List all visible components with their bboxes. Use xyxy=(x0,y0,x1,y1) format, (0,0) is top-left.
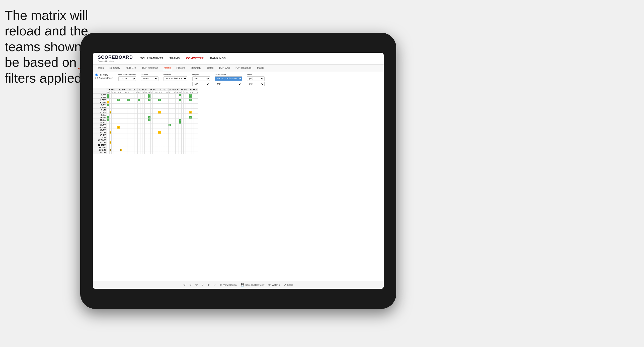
matrix-cell xyxy=(171,99,173,101)
matrix-cell xyxy=(192,141,194,144)
matrix-cell xyxy=(153,124,155,126)
sub-nav-h2h-heatmap2[interactable]: H2H Heatmap xyxy=(234,66,252,70)
sub-nav-h2h-heatmap[interactable]: H2H Heatmap xyxy=(141,66,159,70)
matrix-cell xyxy=(173,101,176,104)
team-select[interactable]: (All) xyxy=(247,76,265,81)
matrix-cell xyxy=(132,146,134,149)
watch-icon: 👁 xyxy=(268,283,271,286)
region-select[interactable]: N/A xyxy=(192,76,210,81)
matrix-cell: 0 xyxy=(117,99,120,101)
matrix-cell xyxy=(117,119,120,121)
matrix-cell xyxy=(192,129,194,131)
refresh-btn[interactable]: ⟳ xyxy=(195,283,198,286)
matrix-cell xyxy=(176,139,179,141)
zoom-out-btn[interactable]: ⊖ xyxy=(201,283,204,286)
region-select2[interactable]: N/A xyxy=(192,82,210,86)
matrix-cell xyxy=(186,129,189,131)
matrix-cell xyxy=(158,146,161,149)
matrix-cell xyxy=(161,126,163,129)
matrix-cell xyxy=(145,126,148,129)
share-btn[interactable]: ↗ Share xyxy=(284,283,293,286)
matrix-cell: 2 xyxy=(189,99,192,101)
matrix-cell xyxy=(155,109,158,111)
nav-tournaments[interactable]: TOURNAMENTS xyxy=(140,57,163,60)
matrix-cell xyxy=(145,141,148,144)
matrix-cell xyxy=(142,149,145,151)
division-select[interactable]: NCAA Division I xyxy=(164,76,187,81)
sub-nav-h2h-grid2[interactable]: H2H Grid xyxy=(218,66,231,70)
full-view-option[interactable]: Full View xyxy=(95,74,113,76)
conference-select[interactable]: Pac-12 Conference xyxy=(215,76,242,81)
watch-btn[interactable]: 👁 Watch ▾ xyxy=(268,283,280,286)
table-row: 10. UW202 xyxy=(93,116,198,119)
table-row: 23. UNM20 xyxy=(93,149,198,151)
matrix-cell xyxy=(132,106,134,109)
matrix-cell xyxy=(142,124,145,126)
nav-rankings[interactable]: RANKINGS xyxy=(210,57,226,60)
sub-nav-teams[interactable]: Teams xyxy=(95,66,105,70)
sub-nav-matrix[interactable]: Matrix xyxy=(163,66,172,70)
matrix-cell xyxy=(169,131,171,134)
redo-btn[interactable]: ↻ xyxy=(189,283,192,286)
compact-view-option[interactable]: Compact View xyxy=(95,77,113,79)
gender-select[interactable]: Men's xyxy=(141,76,158,81)
wlt-ucb-w: W xyxy=(138,91,140,94)
zoom-in-btn[interactable]: ⊕ xyxy=(207,283,210,286)
team-select2[interactable]: (All) xyxy=(247,82,265,86)
matrix-cell xyxy=(142,131,145,134)
sub-nav-summary2[interactable]: Summary xyxy=(190,66,202,70)
matrix-cell xyxy=(140,106,142,109)
row-label: 19. TAMU xyxy=(93,139,107,141)
matrix-cell: 2 xyxy=(107,94,110,96)
matrix-cell: 2 xyxy=(109,149,112,151)
matrix-cell xyxy=(140,121,142,124)
matrix-cell xyxy=(145,134,148,136)
matrix-cell xyxy=(171,134,173,136)
matrix-cell xyxy=(161,111,163,114)
row-label: 22. UCB xyxy=(93,146,107,149)
row-label: 11. UA xyxy=(93,119,107,121)
nav-teams[interactable]: TEAMS xyxy=(170,57,180,60)
matrix-cell xyxy=(176,136,179,139)
matrix-cell xyxy=(194,109,196,111)
view-original-btn[interactable]: 👁 View: Original xyxy=(219,283,237,286)
save-custom-btn[interactable]: 💾 Save Custom View xyxy=(241,283,264,286)
matrix-cell: 2 xyxy=(189,94,192,96)
full-view-radio[interactable] xyxy=(95,74,98,76)
matrix-cell xyxy=(153,114,155,116)
matrix-cell xyxy=(122,101,124,104)
matrix-cell xyxy=(132,124,134,126)
table-row: 13. UT2 xyxy=(93,124,198,126)
max-teams-select[interactable]: Top 25 xyxy=(118,76,136,81)
row-label: 10. UW xyxy=(93,116,107,119)
conference-select2[interactable]: (All) xyxy=(215,82,242,86)
nav-committee[interactable]: COMMITTEE xyxy=(186,57,204,60)
matrix-cell xyxy=(158,141,161,144)
sub-nav-players[interactable]: Players xyxy=(176,66,186,70)
sub-nav-matrix2[interactable]: Matrix xyxy=(256,66,265,70)
matrix-cell xyxy=(138,126,140,129)
matrix-cell xyxy=(169,129,171,131)
compact-view-radio[interactable] xyxy=(95,77,98,79)
sub-nav-h2h-grid[interactable]: H2H Grid xyxy=(125,66,137,70)
matrix-cell xyxy=(134,146,138,149)
matrix-cell xyxy=(138,96,140,99)
matrix-content[interactable]: 3. ASU 10. UW 11. UA 22. UCB 24. UO 27. … xyxy=(93,88,384,289)
sub-nav-detail[interactable]: Detail xyxy=(206,66,215,70)
matrix-cell xyxy=(117,141,120,144)
matrix-cell: 1 xyxy=(138,99,140,101)
matrix-cell xyxy=(117,134,120,136)
matrix-cell xyxy=(163,141,165,144)
undo-btn[interactable]: ↺ xyxy=(183,283,186,286)
matrix-cell xyxy=(186,101,189,104)
matrix-cell xyxy=(169,116,171,119)
matrix-cell xyxy=(114,126,117,129)
matrix-cell xyxy=(117,114,120,116)
table-row: 17. GIT xyxy=(93,134,198,136)
sub-nav-summary[interactable]: Summary xyxy=(108,66,121,70)
matrix-cell xyxy=(161,99,163,101)
matrix-cell xyxy=(114,124,117,126)
matrix-cell xyxy=(181,131,184,134)
matrix-cell xyxy=(155,126,158,129)
fit-btn[interactable]: ⤢ xyxy=(213,283,216,286)
